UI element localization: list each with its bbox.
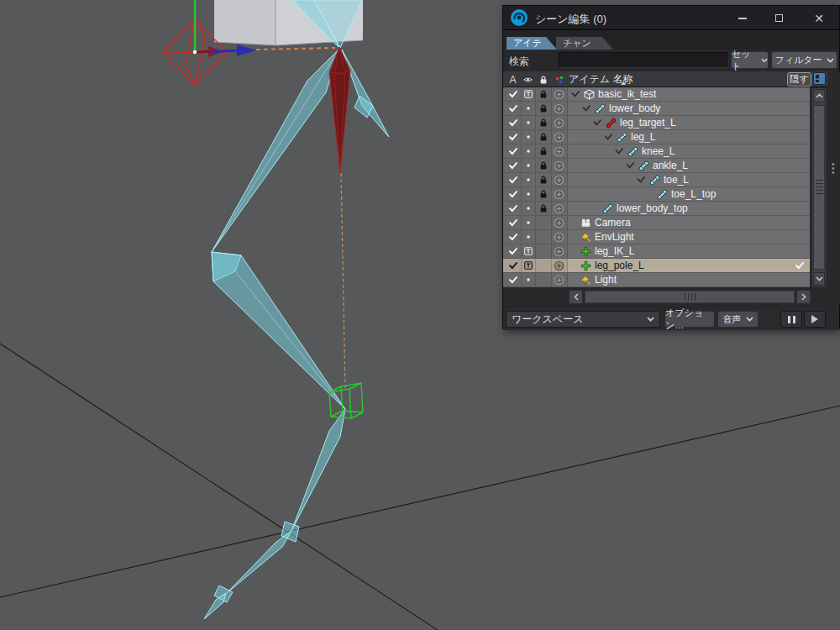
add-cell[interactable] [551, 144, 567, 158]
add-cell[interactable] [551, 230, 567, 244]
tree-row-toe_L_top[interactable]: toe_L_top [503, 187, 810, 202]
pause-button[interactable] [780, 311, 802, 328]
add-cell[interactable] [551, 173, 567, 186]
draw-mode-cell[interactable] [521, 87, 535, 101]
draw-mode-cell[interactable] [521, 144, 535, 158]
expand-chevron-icon[interactable] [625, 161, 635, 171]
lock-cell[interactable] [535, 216, 551, 229]
add-cell[interactable] [551, 273, 567, 286]
panel-edge-splitter[interactable]: ••• [827, 71, 840, 305]
workspace-dropdown[interactable]: ワークスペース [506, 311, 660, 328]
eye-icon[interactable] [521, 71, 535, 87]
draw-mode-cell[interactable] [521, 102, 535, 115]
visible-check-cell[interactable] [505, 244, 521, 258]
lock-cell[interactable] [535, 130, 551, 144]
add-cell[interactable] [551, 187, 567, 201]
tree-row-EnvLight[interactable]: EnvLight [503, 230, 810, 244]
audio-dropdown-button[interactable]: 音声 [717, 311, 759, 328]
close-button[interactable]: ✕ [806, 6, 832, 30]
draw-mode-cell[interactable] [521, 244, 535, 258]
draw-mode-cell[interactable] [521, 159, 535, 172]
add-cell[interactable] [551, 87, 567, 101]
visible-check-cell[interactable] [505, 144, 521, 158]
scrollbar-track[interactable] [584, 290, 795, 304]
lock-cell[interactable] [535, 159, 551, 172]
lock-cell[interactable] [535, 273, 551, 286]
draw-mode-cell[interactable] [521, 187, 535, 201]
add-cell[interactable] [551, 102, 567, 115]
visible-check-cell[interactable] [505, 87, 521, 101]
expand-chevron-icon[interactable] [614, 147, 624, 156]
draw-mode-cell[interactable] [521, 273, 535, 286]
add-cell[interactable] [551, 116, 567, 129]
tree-row-lower_body_top[interactable]: lower_body_top [503, 202, 810, 216]
expand-chevron-icon[interactable] [603, 133, 613, 142]
tree-row-leg_pole_L[interactable]: leg_pole_L [503, 259, 810, 273]
scroll-down-button[interactable] [813, 272, 825, 286]
vertical-scrollbar[interactable] [811, 87, 827, 287]
tree-row-leg_IK_L[interactable]: leg_IK_L [503, 244, 810, 259]
add-cell[interactable] [551, 244, 567, 258]
tree-row-leg_target_L[interactable]: leg_target_L [503, 116, 810, 130]
tree-row-ankle_L[interactable]: ankle_L [503, 159, 810, 173]
expand-chevron-icon[interactable] [570, 90, 580, 99]
draw-mode-cell[interactable] [521, 259, 535, 272]
tree-row-Camera[interactable]: Camera [503, 216, 810, 230]
expand-chevron-icon[interactable] [636, 176, 646, 185]
draw-mode-cell[interactable] [521, 173, 535, 186]
visible-check-cell[interactable] [505, 259, 521, 272]
column-header-active[interactable]: A [505, 71, 521, 87]
tree-row-leg_L[interactable]: leg_L [503, 130, 810, 144]
visible-check-cell[interactable] [505, 273, 521, 286]
maximize-button[interactable] [766, 6, 791, 30]
add-cell[interactable] [551, 202, 567, 215]
column-header-name[interactable]: アイテム 名称 [569, 71, 633, 87]
lock-cell[interactable] [535, 144, 551, 158]
filter-dropdown-button[interactable]: フィルター [771, 51, 837, 69]
lock-cell[interactable] [535, 87, 551, 101]
draw-mode-cell[interactable] [521, 230, 535, 244]
tree-row-Light[interactable]: Light [503, 273, 810, 287]
add-cell[interactable] [551, 216, 567, 229]
minimize-button[interactable] [730, 6, 755, 30]
hide-button[interactable]: 隠す [787, 72, 811, 87]
scroll-left-button[interactable] [569, 290, 583, 304]
lock-cell[interactable] [535, 259, 551, 272]
lock-cell[interactable] [535, 102, 551, 115]
add-cell[interactable] [551, 159, 567, 172]
search-input[interactable] [559, 52, 727, 68]
visible-check-cell[interactable] [505, 116, 521, 129]
draw-mode-cell[interactable] [521, 130, 535, 144]
options-button[interactable]: オプション… [664, 311, 715, 328]
play-button[interactable] [804, 311, 826, 328]
add-cell[interactable] [551, 259, 567, 272]
lock-cell[interactable] [535, 187, 551, 201]
tree-row-basic_ik_test[interactable]: basic_ik_test [503, 87, 810, 102]
lock-cell[interactable] [535, 173, 551, 186]
visible-check-cell[interactable] [505, 202, 521, 215]
draw-mode-cell[interactable] [521, 202, 535, 215]
lock-cell[interactable] [535, 230, 551, 244]
visible-check-cell[interactable] [505, 159, 521, 172]
visible-check-cell[interactable] [505, 130, 521, 144]
add-cell[interactable] [551, 130, 567, 144]
horizontal-scrollbar[interactable] [503, 289, 827, 306]
scroll-right-button[interactable] [796, 290, 811, 304]
scrollbar-thumb[interactable] [585, 291, 794, 302]
tab-items[interactable]: アイテム [507, 37, 557, 50]
scrollbar-thumb[interactable] [813, 105, 825, 270]
panel-titlebar[interactable]: シーン編集 (0) ✕ [503, 6, 839, 30]
visible-check-cell[interactable] [505, 173, 521, 186]
lock-cell[interactable] [535, 202, 551, 215]
draw-mode-cell[interactable] [521, 216, 535, 229]
lock-cell[interactable] [535, 116, 551, 129]
tree-row-toe_L[interactable]: toe_L [503, 173, 810, 187]
lock-cell[interactable] [535, 244, 551, 258]
draw-mode-cell[interactable] [521, 116, 535, 129]
visible-check-cell[interactable] [505, 187, 521, 201]
tree-layout-toggle-icon[interactable] [813, 72, 826, 85]
tree-row-lower_body[interactable]: lower_body [503, 102, 810, 116]
tab-channels[interactable]: チャンネル [556, 37, 613, 50]
color-dots-icon[interactable] [551, 71, 567, 87]
scroll-up-button[interactable] [813, 89, 825, 102]
